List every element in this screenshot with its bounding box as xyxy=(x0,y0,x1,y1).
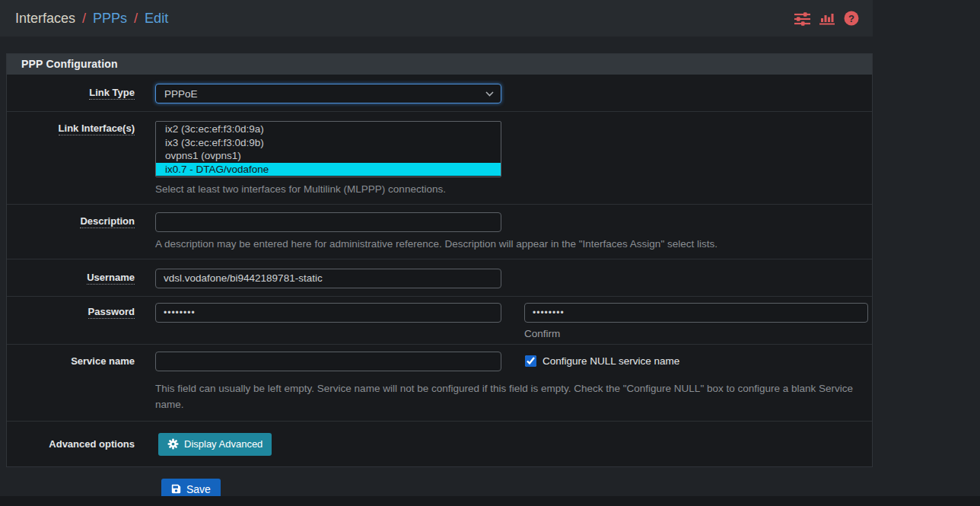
display-advanced-button[interactable]: Display Advanced xyxy=(158,433,272,456)
form-row-link-type: Link Type PPPoE xyxy=(7,75,872,112)
link-interfaces-label: Link Interface(s) xyxy=(7,121,155,198)
save-icon xyxy=(171,484,181,494)
listbox-option[interactable]: ovpns1 (ovpns1) xyxy=(156,149,501,163)
username-input[interactable] xyxy=(155,269,501,288)
header-icons: ? xyxy=(794,11,859,26)
breadcrumb: Interfaces / PPPs / Edit xyxy=(15,11,168,27)
form-row-service-name: Service name Configure NULL service name… xyxy=(7,345,872,422)
breadcrumb-link-edit[interactable]: Edit xyxy=(145,11,168,27)
ppp-configuration-panel: PPP Configuration Link Type PPPoE Link I… xyxy=(6,53,873,467)
bar-chart-icon[interactable] xyxy=(819,11,835,25)
listbox-option[interactable]: ix3 (3c:ec:ef:f3:0d:9b) xyxy=(156,136,501,150)
svg-text:?: ? xyxy=(848,13,854,24)
panel-title: PPP Configuration xyxy=(21,58,858,70)
password-input[interactable] xyxy=(155,303,501,323)
form-row-username: Username xyxy=(7,259,872,297)
link-interfaces-help: Select at least two interfaces for Multi… xyxy=(155,182,861,198)
password-confirm-input[interactable] xyxy=(524,303,868,323)
configure-null-checkbox-wrap[interactable]: Configure NULL service name xyxy=(525,355,679,367)
footer-bar xyxy=(0,496,980,506)
advanced-options-label: Advanced options xyxy=(7,433,155,456)
panel-header: PPP Configuration xyxy=(7,54,872,75)
breadcrumb-link-ppps[interactable]: PPPs xyxy=(93,11,127,27)
service-name-input[interactable] xyxy=(155,352,501,371)
service-name-label: Service name xyxy=(7,352,155,413)
form-row-description: Description A description may be entered… xyxy=(7,205,872,259)
listbox-option[interactable]: ix2 (3c:ec:ef:f3:0d:9a) xyxy=(156,123,501,136)
username-label: Username xyxy=(7,269,155,288)
listbox-option-selected[interactable]: ix0.7 - DTAG/vodafone xyxy=(156,163,501,177)
link-type-label: Link Type xyxy=(7,84,155,103)
link-interfaces-listbox[interactable]: ix2 (3c:ec:ef:f3:0d:9a) ix3 (3c:ec:ef:f3… xyxy=(155,121,501,177)
password-label: Password xyxy=(7,303,155,339)
help-icon[interactable]: ? xyxy=(844,11,859,26)
breadcrumb-bar: Interfaces / PPPs / Edit xyxy=(0,0,873,37)
form-row-link-interfaces: Link Interface(s) ix2 (3c:ec:ef:f3:0d:9a… xyxy=(7,112,872,205)
breadcrumb-section: Interfaces xyxy=(15,11,75,27)
configure-null-label: Configure NULL service name xyxy=(542,355,679,367)
sliders-icon[interactable] xyxy=(794,11,810,26)
confirm-label: Confirm xyxy=(524,328,868,339)
chevron-down-icon xyxy=(485,91,494,97)
gear-icon xyxy=(167,438,179,450)
form-row-password: Password Confirm xyxy=(7,297,872,345)
service-name-help: This field can usually be left empty. Se… xyxy=(155,381,861,413)
breadcrumb-separator: / xyxy=(134,11,138,27)
description-help: A description may be entered here for ad… xyxy=(155,237,861,253)
configure-null-checkbox[interactable] xyxy=(525,355,536,367)
description-input[interactable] xyxy=(155,212,501,232)
breadcrumb-separator: / xyxy=(82,11,86,27)
description-label: Description xyxy=(7,212,155,253)
link-type-select[interactable]: PPPoE xyxy=(155,84,501,103)
form-row-advanced-options: Advanced options xyxy=(7,422,872,466)
link-type-value: PPPoE xyxy=(164,88,198,100)
